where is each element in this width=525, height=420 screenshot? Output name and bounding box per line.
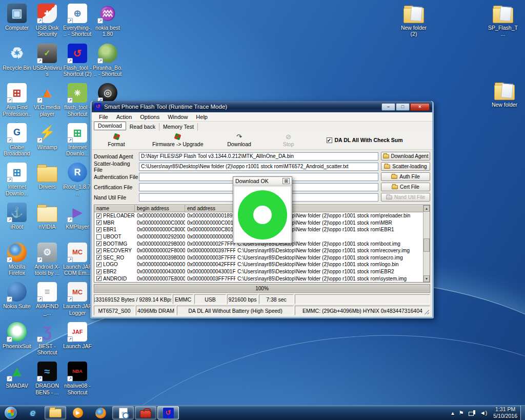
scatter-loading-file-button[interactable]: Scatter-loading <box>381 162 430 171</box>
desktop-icon-usb-disk-security[interactable]: ✚↗USB Disk Security <box>32 3 62 37</box>
taskbar-clock[interactable]: 1:31 PM 5/10/2016 <box>490 406 520 419</box>
row-checkbox[interactable]: ✓ <box>96 276 102 281</box>
media-player-taskbar-button[interactable]: ▶ <box>67 406 89 419</box>
row-checkbox[interactable]: ✓ <box>96 227 102 232</box>
status-cell: 7:38 sec <box>259 294 294 304</box>
desktop-icon-best-shortcut[interactable]: Ʒ↗BEST - Shortcut <box>32 322 62 356</box>
desktop-icon-iroot-1-8-7[interactable]: RiRoot_1.8.7... <box>63 162 92 196</box>
download-agent-button[interactable]: Download Agent <box>381 152 430 161</box>
download-agent-input[interactable]: D:\Nayr FILES\SP Flash Tool v3.1344.0.21… <box>139 152 378 161</box>
column-header-name[interactable]: name <box>94 205 135 212</box>
firefox-taskbar-button[interactable] <box>90 406 111 419</box>
download-button[interactable]: ↷Download <box>226 133 253 147</box>
desktop-icon-nvidia[interactable]: nVIDIA <box>32 202 62 230</box>
desktop-icon-kmplayer[interactable]: ▶↗KMPlayer <box>63 202 92 230</box>
row-checkbox[interactable]: ✓ <box>96 262 102 267</box>
toolbox-taskbar-button[interactable] <box>135 406 156 419</box>
menu-window[interactable]: Window <box>164 114 192 120</box>
dialog-close-button[interactable]: ⊠ <box>282 178 290 184</box>
desktop-icon-everything-shortcut[interactable]: ⊕↗Everything-... - Shortcut <box>63 3 92 37</box>
desktop-icon-dragon-ben5[interactable]: ≈↗DRAGON BEN5 - ... <box>32 361 62 395</box>
column-header-end-address[interactable]: end address <box>185 205 235 212</box>
table-row-cache[interactable]: ✓CACHE0x000000003FF800000x0000000047D7FF… <box>94 282 430 283</box>
desktop-icon-label: Flash_tool - Shortcut (2) <box>63 65 92 77</box>
desktop-icon-internet-downlo[interactable]: ⊞↗Internet Downlo... <box>2 162 32 196</box>
desktop-icon-drivers[interactable]: Drivers <box>32 162 62 190</box>
windows-explorer-taskbar-button[interactable] <box>45 406 66 419</box>
scroll-track[interactable] <box>423 212 430 275</box>
menu-options[interactable]: Options <box>136 114 164 120</box>
menu-file[interactable]: File <box>95 114 112 120</box>
column-header-begin-address[interactable]: begin address <box>135 205 185 212</box>
desktop-icon-ava-find-profession[interactable]: ⊞↗Ava Find Profession... <box>2 83 32 123</box>
flash-tool-taskbar-button[interactable]: ↺ <box>157 406 179 419</box>
firmware-upgrade-button[interactable]: Firmware -> Upgrade <box>152 133 204 147</box>
start-button[interactable] <box>0 406 22 420</box>
desktop-icon-globe-broadband[interactable]: G↗Globe Broadband <box>2 123 32 157</box>
desktop-icon-smadav[interactable]: ▲↗SMADAV <box>2 361 32 389</box>
menu-action[interactable]: Action <box>112 114 136 120</box>
desktop-icon-mozilla-firefox[interactable]: ↗Mozilla Firefox <box>2 242 32 276</box>
row-checkbox[interactable]: ✓ <box>96 269 102 274</box>
scatter-loading-file-input[interactable]: C:\Users\nayr85\Desktop\New folder (2)\o… <box>139 163 378 171</box>
table-row-android[interactable]: ✓ANDROID0x0000000007E800000x000000003FF7… <box>94 275 430 282</box>
desktop-icon-vlc-media-player[interactable]: ▲↗VLC media player <box>32 83 62 117</box>
certification-file-button[interactable]: Cert File <box>381 183 430 191</box>
desktop-icon-computer[interactable]: ▣Computer <box>2 3 32 31</box>
everything-search-taskbar-button[interactable]: ≡ <box>112 406 134 419</box>
row-checkbox[interactable]: ✓ <box>96 248 102 253</box>
desktop-icon-winamp[interactable]: ⚡↗Winamp <box>32 123 62 150</box>
row-checkbox[interactable]: ✓ <box>96 220 102 225</box>
desktop-icon-nokia-best-1-80[interactable]: ♒↗nokia best 1.80 <box>93 3 123 37</box>
desktop-icon-phoenixsuit[interactable]: ↗PhoenixSuit <box>2 322 32 349</box>
table-row-recovery[interactable]: ✓RECOVERY0x0000000002F800000x00000000039… <box>94 247 430 254</box>
internet-explorer-taskbar-button[interactable]: e <box>22 406 44 419</box>
desktop-icon-launch-jaf-logger[interactable]: MC↗Launch JAF Logger <box>63 282 92 316</box>
desktop-icon-new-folder-2[interactable]: New folder (2) <box>399 3 429 37</box>
tab-download[interactable]: Download <box>94 122 126 130</box>
row-checkbox[interactable]: ✓ <box>96 213 102 218</box>
tab-read-back[interactable]: Read back <box>126 123 159 131</box>
desktop-icon-nbalive08-shortcut[interactable]: NBA↗nbalive08 - Shortcut <box>63 361 92 395</box>
menu-help[interactable]: Help <box>192 114 212 120</box>
close-button[interactable]: × <box>410 103 430 111</box>
desktop-icon-internet-downlo[interactable]: ⊞↗Internet Downlo... <box>63 123 92 157</box>
desktop-icon-flash-tool-shortcut[interactable]: ✳↗flash_tool - Shortcut <box>63 83 92 117</box>
desktop-icon-launch-jaf[interactable]: JAF↗Launch JAF <box>63 322 92 349</box>
row-checkbox[interactable]: ✓ <box>96 241 102 246</box>
format-button[interactable]: Format <box>103 133 130 147</box>
row-checkbox[interactable] <box>96 234 102 239</box>
desktop-icon-android-x-tools-by[interactable]: ⚙↗Android X-tools by ... <box>32 242 62 276</box>
volume-icon[interactable]: ◄) <box>480 410 488 416</box>
table-scrollbar[interactable]: ▲ ▼ <box>423 205 430 282</box>
title-bar[interactable]: ↺ Smart Phone Flash Tool (Runtime Trace … <box>92 101 432 112</box>
desktop-icon-piranha-bo-shortcut[interactable]: ↗Piranha_Bo... - Shortcut <box>93 43 123 77</box>
authentication-file-button[interactable]: Auth File <box>381 172 430 181</box>
desktop-icon-new-folder[interactable]: New folder <box>490 80 519 108</box>
desktop-icon-recycle-bin[interactable]: ♻Recycle Bin <box>2 43 32 71</box>
action-center-flag[interactable]: ⚑ <box>459 410 464 416</box>
dialog-title-bar[interactable]: Download OK ⊠ <box>233 177 292 186</box>
shortcut-arrow-icon: ↗ <box>37 336 43 342</box>
desktop-icon-nokia-suite[interactable]: ↗Nokia Suite <box>2 282 32 309</box>
table-row-ebr2[interactable]: ✓EBR20x00000000043000000x00000000043001F… <box>94 268 430 275</box>
dadl-checksum-checkbox[interactable]: ✓ <box>327 137 332 143</box>
scroll-down-arrow[interactable]: ▼ <box>423 275 430 282</box>
desktop-icon-usbantivirus[interactable]: ✓↗USBAntivirus <box>32 43 62 77</box>
network-icon[interactable] <box>469 410 475 416</box>
show-desktop-button[interactable] <box>520 406 525 420</box>
desktop-icon-iroot[interactable]: ⚓↗iRoot <box>2 202 32 230</box>
maximize-button[interactable]: □ <box>396 103 410 111</box>
desktop-icon-launch-jaf-com-em[interactable]: MC↗Launch JAF COM Em... <box>63 242 92 276</box>
table-row-sec-ro[interactable]: ✓SEC_RO0x00000000039800000x0000000003F7F… <box>94 254 430 262</box>
row-checkbox[interactable]: ✓ <box>96 255 102 260</box>
desktop-icon-avafind[interactable]: ≡↗AVAFIND _... <box>32 282 62 316</box>
minimize-button[interactable]: – <box>381 103 395 111</box>
table-row-logo[interactable]: ✓LOGO0x00000000040000000x00000000042FFFF… <box>94 261 430 268</box>
scroll-thumb[interactable] <box>423 238 430 252</box>
hidden-icons-arrow[interactable]: ▴ <box>451 410 454 416</box>
desktop-icon-sp-flash-t[interactable]: SP_Flash_T... <box>488 3 518 37</box>
scroll-up-arrow[interactable]: ▲ <box>423 205 430 212</box>
desktop-icon-flash-tool-shortcut-2[interactable]: ↺↗Flash_tool - Shortcut (2) <box>63 43 92 77</box>
tab-memory-test[interactable]: Memory Test <box>159 123 198 131</box>
